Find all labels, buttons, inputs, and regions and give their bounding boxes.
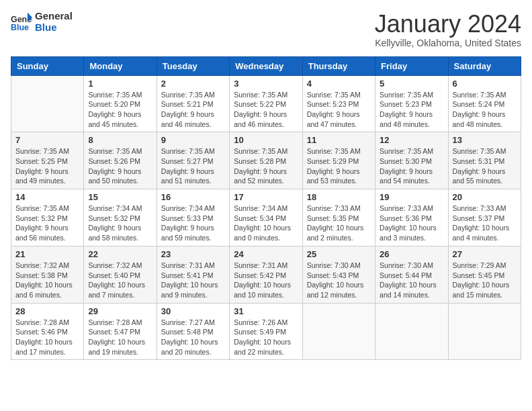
calendar-cell: 27Sunrise: 7:29 AMSunset: 5:45 PMDayligh… [448,246,521,303]
calendar-cell: 26Sunrise: 7:30 AMSunset: 5:44 PMDayligh… [375,246,448,303]
day-info: Sunrise: 7:34 AMSunset: 5:32 PMDaylight:… [88,203,152,243]
day-info: Sunrise: 7:35 AMSunset: 5:32 PMDaylight:… [15,203,79,243]
day-number: 23 [161,249,225,259]
header-wednesday: Wednesday [230,56,302,75]
calendar-cell: 19Sunrise: 7:33 AMSunset: 5:36 PMDayligh… [375,189,448,246]
day-number: 22 [88,249,152,259]
calendar-cell: 14Sunrise: 7:35 AMSunset: 5:32 PMDayligh… [11,189,84,246]
calendar-cell: 10Sunrise: 7:35 AMSunset: 5:28 PMDayligh… [230,132,302,189]
day-info: Sunrise: 7:32 AMSunset: 5:40 PMDaylight:… [88,261,152,300]
day-info: Sunrise: 7:35 AMSunset: 5:27 PMDaylight:… [161,146,225,186]
day-number: 8 [88,135,152,145]
calendar-cell: 12Sunrise: 7:35 AMSunset: 5:30 PMDayligh… [375,132,448,189]
day-info: Sunrise: 7:34 AMSunset: 5:34 PMDaylight:… [234,203,298,243]
day-info: Sunrise: 7:35 AMSunset: 5:25 PMDaylight:… [15,146,79,186]
day-info: Sunrise: 7:31 AMSunset: 5:41 PMDaylight:… [161,261,225,300]
day-info: Sunrise: 7:33 AMSunset: 5:37 PMDaylight:… [453,203,517,243]
day-number: 2 [161,79,225,89]
day-info: Sunrise: 7:35 AMSunset: 5:20 PMDaylight:… [88,90,152,130]
header-sunday: Sunday [11,56,84,75]
calendar-cell: 13Sunrise: 7:35 AMSunset: 5:31 PMDayligh… [448,132,521,189]
day-number: 28 [15,306,79,316]
header-friday: Friday [375,56,448,75]
calendar-cell: 31Sunrise: 7:26 AMSunset: 5:49 PMDayligh… [230,303,302,360]
calendar-cell [302,303,375,360]
header-monday: Monday [84,56,157,75]
logo-text-line2: Blue [35,22,73,34]
page-header: General Blue General Blue January 2024 K… [11,11,521,48]
day-info: Sunrise: 7:32 AMSunset: 5:38 PMDaylight:… [15,261,79,300]
header-saturday: Saturday [448,56,521,75]
day-number: 5 [380,79,443,89]
day-info: Sunrise: 7:35 AMSunset: 5:26 PMDaylight:… [88,146,152,186]
day-number: 12 [380,135,443,145]
day-number: 30 [161,306,225,316]
calendar-cell [448,303,521,360]
calendar-cell: 18Sunrise: 7:33 AMSunset: 5:35 PMDayligh… [302,189,375,246]
calendar-cell: 25Sunrise: 7:30 AMSunset: 5:43 PMDayligh… [302,246,375,303]
calendar-cell: 8Sunrise: 7:35 AMSunset: 5:26 PMDaylight… [84,132,157,189]
day-number: 13 [453,135,517,145]
day-info: Sunrise: 7:35 AMSunset: 5:31 PMDaylight:… [453,146,517,186]
calendar-cell [375,303,448,360]
week-row-3: 14Sunrise: 7:35 AMSunset: 5:32 PMDayligh… [11,189,521,246]
day-number: 25 [307,249,371,259]
day-info: Sunrise: 7:30 AMSunset: 5:43 PMDaylight:… [307,261,371,300]
calendar-cell: 24Sunrise: 7:31 AMSunset: 5:42 PMDayligh… [230,246,302,303]
calendar-cell: 21Sunrise: 7:32 AMSunset: 5:38 PMDayligh… [11,246,84,303]
calendar-table: SundayMondayTuesdayWednesdayThursdayFrid… [11,56,521,361]
calendar-cell: 23Sunrise: 7:31 AMSunset: 5:41 PMDayligh… [157,246,229,303]
day-number: 27 [453,249,517,259]
day-number: 20 [453,192,517,202]
day-number: 18 [307,192,371,202]
calendar-cell: 6Sunrise: 7:35 AMSunset: 5:24 PMDaylight… [448,75,521,132]
week-row-1: 1Sunrise: 7:35 AMSunset: 5:20 PMDaylight… [11,75,521,132]
day-info: Sunrise: 7:35 AMSunset: 5:22 PMDaylight:… [234,90,298,130]
calendar-cell: 4Sunrise: 7:35 AMSunset: 5:23 PMDaylight… [302,75,375,132]
day-number: 6 [453,79,517,89]
day-info: Sunrise: 7:28 AMSunset: 5:46 PMDaylight:… [15,318,79,357]
day-info: Sunrise: 7:30 AMSunset: 5:44 PMDaylight:… [380,261,443,300]
calendar-cell: 2Sunrise: 7:35 AMSunset: 5:21 PMDaylight… [157,75,229,132]
week-row-5: 28Sunrise: 7:28 AMSunset: 5:46 PMDayligh… [11,303,521,360]
week-row-4: 21Sunrise: 7:32 AMSunset: 5:38 PMDayligh… [11,246,521,303]
calendar-cell: 15Sunrise: 7:34 AMSunset: 5:32 PMDayligh… [84,189,157,246]
header-thursday: Thursday [302,56,375,75]
calendar-cell: 30Sunrise: 7:27 AMSunset: 5:48 PMDayligh… [157,303,229,360]
day-info: Sunrise: 7:28 AMSunset: 5:47 PMDaylight:… [88,318,152,357]
calendar-cell: 29Sunrise: 7:28 AMSunset: 5:47 PMDayligh… [84,303,157,360]
day-number: 17 [234,192,298,202]
day-info: Sunrise: 7:33 AMSunset: 5:35 PMDaylight:… [307,203,371,243]
calendar-cell: 20Sunrise: 7:33 AMSunset: 5:37 PMDayligh… [448,189,521,246]
calendar-cell: 28Sunrise: 7:28 AMSunset: 5:46 PMDayligh… [11,303,84,360]
calendar-cell: 7Sunrise: 7:35 AMSunset: 5:25 PMDaylight… [11,132,84,189]
day-info: Sunrise: 7:35 AMSunset: 5:23 PMDaylight:… [380,90,443,130]
day-info: Sunrise: 7:27 AMSunset: 5:48 PMDaylight:… [161,318,225,357]
week-row-2: 7Sunrise: 7:35 AMSunset: 5:25 PMDaylight… [11,132,521,189]
day-number: 14 [15,192,79,202]
calendar-header-row: SundayMondayTuesdayWednesdayThursdayFrid… [11,56,521,75]
day-number: 10 [234,135,298,145]
day-number: 31 [234,306,298,316]
day-info: Sunrise: 7:35 AMSunset: 5:28 PMDaylight:… [234,146,298,186]
day-number: 4 [307,79,371,89]
day-info: Sunrise: 7:35 AMSunset: 5:29 PMDaylight:… [307,146,371,186]
day-info: Sunrise: 7:31 AMSunset: 5:42 PMDaylight:… [234,261,298,300]
logo-icon: General Blue [11,11,32,33]
day-info: Sunrise: 7:35 AMSunset: 5:24 PMDaylight:… [453,90,517,130]
logo-text-line1: General [35,11,73,22]
calendar-cell: 9Sunrise: 7:35 AMSunset: 5:27 PMDaylight… [157,132,229,189]
day-number: 15 [88,192,152,202]
day-number: 1 [88,79,152,89]
day-number: 24 [234,249,298,259]
day-number: 19 [380,192,443,202]
calendar-cell: 22Sunrise: 7:32 AMSunset: 5:40 PMDayligh… [84,246,157,303]
day-number: 7 [15,135,79,145]
day-info: Sunrise: 7:33 AMSunset: 5:36 PMDaylight:… [380,203,443,243]
calendar-cell: 1Sunrise: 7:35 AMSunset: 5:20 PMDaylight… [84,75,157,132]
day-number: 3 [234,79,298,89]
day-info: Sunrise: 7:26 AMSunset: 5:49 PMDaylight:… [234,318,298,357]
title-area: January 2024 Kellyville, Oklahoma, Unite… [375,11,521,48]
day-number: 16 [161,192,225,202]
calendar-cell: 17Sunrise: 7:34 AMSunset: 5:34 PMDayligh… [230,189,302,246]
